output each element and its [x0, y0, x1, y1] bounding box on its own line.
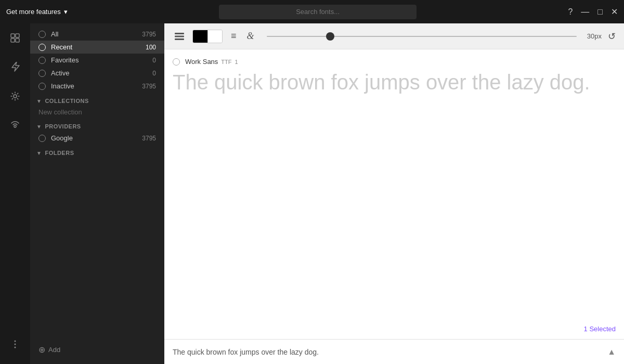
- maximize-button[interactable]: □: [597, 8, 603, 16]
- search-container: [68, 5, 568, 19]
- size-slider[interactable]: [267, 36, 577, 37]
- window-controls: ? — □ ✕: [568, 8, 618, 16]
- align-button[interactable]: ≡: [229, 29, 239, 44]
- collections-header[interactable]: ▼ COLLECTIONS: [30, 93, 164, 106]
- swatch-black[interactable]: [193, 30, 207, 43]
- px-label: 30px: [587, 32, 602, 40]
- nav-item-google[interactable]: Google 3795: [30, 132, 164, 145]
- svg-rect-0: [11, 34, 15, 37]
- nav-label-active: Active: [51, 69, 69, 77]
- swatch-white[interactable]: [207, 30, 222, 43]
- font-name-worksans: Work Sans: [185, 58, 218, 66]
- svg-point-6: [15, 341, 16, 342]
- nav-item-inactive[interactable]: Inactive 3795: [30, 80, 164, 93]
- nav-label-google: Google: [51, 134, 73, 142]
- svg-rect-2: [11, 38, 15, 42]
- sidebar-icon-broadcast[interactable]: [6, 116, 24, 135]
- font-radio-worksans: [173, 58, 180, 66]
- nav-label-favorites: Favorites: [51, 56, 79, 64]
- nav-item-active[interactable]: Active 0: [30, 67, 164, 80]
- nav-count-recent: 100: [146, 44, 156, 51]
- chevron-down-icon: ▾: [64, 8, 68, 16]
- svg-rect-11: [175, 38, 184, 40]
- get-more-features-button[interactable]: Get more features ▾: [6, 8, 68, 16]
- folders-header[interactable]: ▼ FOLDERS: [30, 145, 164, 158]
- nav-count-active: 0: [152, 70, 156, 77]
- radio-recent: [38, 44, 46, 51]
- nav-sidebar: All 3795 Recent 100 Favorites 0 Active 0…: [30, 23, 164, 364]
- svg-rect-10: [175, 35, 184, 37]
- preview-expand-icon[interactable]: ▲: [607, 347, 616, 357]
- nav-item-favorites[interactable]: Favorites 0: [30, 54, 164, 67]
- help-button[interactable]: ?: [568, 8, 573, 16]
- svg-rect-9: [175, 33, 184, 34]
- preview-bar-text: The quick brown fox jumps over the lazy …: [173, 348, 607, 356]
- nav-item-recent[interactable]: Recent 100: [30, 41, 164, 54]
- plus-icon: ⊕: [38, 345, 45, 355]
- providers-label: PROVIDERS: [45, 123, 81, 129]
- collections-label: COLLECTIONS: [45, 98, 88, 104]
- radio-inactive: [38, 83, 46, 90]
- icon-sidebar: [0, 23, 30, 364]
- collections-arrow-icon: ▼: [36, 98, 42, 104]
- sidebar-icon-more[interactable]: [6, 335, 24, 354]
- svg-point-8: [15, 347, 16, 348]
- preview-bar: The quick brown fox jumps over the lazy …: [164, 339, 624, 364]
- providers-header[interactable]: ▼ PROVIDERS: [30, 118, 164, 132]
- svg-point-5: [14, 125, 16, 127]
- main-layout: All 3795 Recent 100 Favorites 0 Active 0…: [0, 23, 624, 364]
- font-list: Work Sans TTF 1 The quick brown fox jump…: [164, 49, 624, 339]
- selected-badge: 1 Selected: [584, 325, 616, 333]
- reset-icon: ↺: [608, 31, 616, 42]
- nav-item-all[interactable]: All 3795: [30, 28, 164, 41]
- ampersand-button[interactable]: &: [245, 29, 256, 44]
- get-more-features-label: Get more features: [6, 8, 61, 16]
- nav-count-favorites: 0: [152, 57, 156, 64]
- size-slider-container: [263, 36, 581, 37]
- svg-rect-3: [16, 38, 19, 42]
- align-icon: ≡: [231, 31, 237, 42]
- titlebar: Get more features ▾ ? — □ ✕: [0, 0, 624, 23]
- folders-arrow-icon: ▼: [36, 150, 42, 156]
- svg-rect-1: [16, 34, 19, 37]
- content-area: ≡ & 30px ↺ Work Sans TTF 1 The quick bro…: [164, 23, 624, 364]
- add-button[interactable]: ⊕ Add: [30, 340, 164, 360]
- radio-favorites: [38, 57, 46, 64]
- providers-arrow-icon: ▼: [36, 124, 42, 129]
- nav-count-inactive: 3795: [142, 83, 156, 90]
- nav-label-inactive: Inactive: [51, 82, 74, 90]
- svg-point-4: [14, 95, 17, 98]
- sidebar-icon-fonts[interactable]: [6, 29, 24, 47]
- color-swatches[interactable]: [192, 30, 223, 43]
- font-tag-worksans: TTF: [221, 59, 231, 65]
- new-collection-button[interactable]: New collection: [30, 106, 164, 118]
- nav-label-recent: Recent: [51, 43, 72, 51]
- reset-button[interactable]: ↺: [608, 31, 616, 42]
- view-grid-button[interactable]: [173, 31, 186, 42]
- font-item-worksans[interactable]: Work Sans TTF 1: [173, 58, 616, 66]
- new-collection-label: New collection: [38, 108, 82, 116]
- sidebar-icon-lightning[interactable]: [6, 58, 24, 76]
- amp-icon: &: [247, 31, 254, 42]
- nav-label-all: All: [51, 30, 58, 38]
- close-button[interactable]: ✕: [611, 8, 618, 16]
- radio-google: [38, 135, 46, 142]
- search-input[interactable]: [219, 5, 417, 19]
- radio-active: [38, 70, 46, 77]
- font-preview-text: The quick brown fox jumps over the lazy …: [173, 70, 616, 95]
- sidebar-icon-settings[interactable]: [6, 87, 24, 106]
- folders-label: FOLDERS: [45, 150, 74, 156]
- add-label: Add: [48, 346, 60, 354]
- font-variant-count-worksans: 1: [235, 59, 238, 65]
- svg-point-7: [15, 344, 16, 345]
- nav-count-all: 3795: [142, 31, 156, 38]
- radio-all: [38, 31, 46, 38]
- toolbar: ≡ & 30px ↺: [164, 23, 624, 49]
- nav-count-google: 3795: [142, 135, 156, 142]
- minimize-button[interactable]: —: [581, 8, 589, 16]
